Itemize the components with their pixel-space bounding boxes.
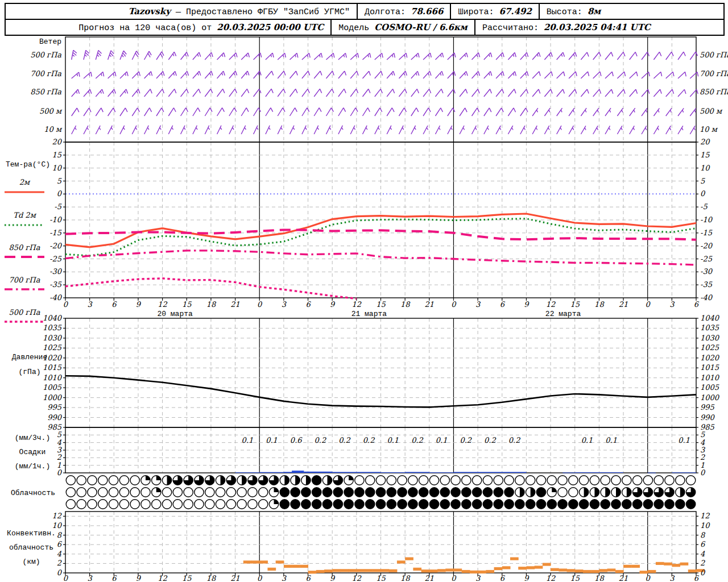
cloud-circle <box>366 476 375 485</box>
convective-bar <box>494 567 503 570</box>
y-tick-label-left: 0 <box>57 189 63 198</box>
wind-barb <box>314 53 322 60</box>
cloud-fill <box>387 488 396 497</box>
y-tick-label-right: 20 <box>700 138 710 146</box>
wind-barb <box>375 71 383 78</box>
pressure-title: (гПа) <box>18 368 40 376</box>
cloud-circle <box>515 476 524 485</box>
hour-label-temp: 6 <box>111 300 117 309</box>
wind-barb <box>617 108 623 116</box>
wind-barb <box>605 108 611 116</box>
wind-barb <box>605 52 613 60</box>
wind-barb <box>144 126 149 134</box>
wind-barb <box>593 52 601 60</box>
wind-barb <box>387 71 395 78</box>
wind-barb <box>399 53 407 60</box>
wind-barb <box>338 108 346 116</box>
wind-barb <box>520 52 528 60</box>
wind-barb <box>266 126 270 134</box>
convective-bar <box>664 563 672 566</box>
wind-barb <box>350 126 355 134</box>
hour-label-bottom: 15 <box>376 574 386 581</box>
wind-barb <box>120 51 126 60</box>
wind-barb <box>108 126 113 134</box>
convective-bar <box>324 569 333 572</box>
cloud-fill <box>451 488 460 497</box>
wind-barb <box>653 108 659 116</box>
wind-barb <box>193 108 200 116</box>
altitude-segment: Высота: 8м <box>539 4 608 19</box>
cloud-circle <box>536 476 545 485</box>
wind-barb <box>144 72 152 78</box>
cloud-circle <box>77 488 86 497</box>
legend-label-t850: 850 гПа <box>9 243 40 252</box>
wind-barb <box>581 89 589 97</box>
wind-barb <box>363 126 367 134</box>
wind-barb <box>314 71 322 78</box>
cloud-circle <box>184 488 193 497</box>
cloud-fill <box>558 500 567 509</box>
y-tick-label-right: -35 <box>700 280 713 289</box>
hour-label-bottom: 12 <box>158 574 167 581</box>
wind-barb <box>132 51 139 60</box>
precip-bar <box>284 472 292 473</box>
wind-barb <box>484 72 492 78</box>
hour-label-bottom: 0 <box>451 574 457 581</box>
day-label: 21 марта <box>351 310 387 318</box>
y-tick-label-right: -10 <box>700 215 713 224</box>
hour-label-temp: 15 <box>376 300 386 309</box>
cloud-fill <box>504 500 514 509</box>
wind-barb <box>448 72 456 79</box>
cloud-fill <box>301 500 311 509</box>
hour-label-bottom: 15 <box>182 574 192 581</box>
convective-bar <box>648 570 656 573</box>
cloud-circle <box>119 476 129 485</box>
wind-barb <box>520 72 528 78</box>
meteogram-page: Tazovsky — Предоставлено ФГБУ "ЗапСиб УГ… <box>0 0 728 582</box>
hour-label-bottom: 0 <box>63 574 69 581</box>
wind-barb <box>96 108 103 116</box>
wind-barb <box>338 53 346 60</box>
precip-amount-label: 0.2 <box>411 436 423 444</box>
wind-barb <box>96 126 101 134</box>
wind-barb <box>326 89 334 97</box>
cloud-circle <box>676 476 685 485</box>
cloud-circle <box>462 476 471 485</box>
wind-barb <box>387 89 394 97</box>
convective-bar <box>292 565 300 568</box>
wind-barb <box>544 72 552 78</box>
wind-barb <box>229 89 237 97</box>
wind-barb <box>96 72 104 79</box>
hour-label-temp: 6 <box>305 300 311 309</box>
hour-label-temp: 3 <box>475 300 481 309</box>
wind-barb <box>678 126 683 134</box>
wind-barb <box>144 51 152 60</box>
cloud-fill <box>536 500 545 509</box>
hour-label-bottom: 3 <box>669 574 675 581</box>
convective-title: Конвективн. <box>7 529 56 538</box>
cloud-circle <box>66 476 75 485</box>
cloud-circle <box>558 476 567 485</box>
cloud-fill <box>440 488 449 497</box>
cloud-circle <box>66 500 75 509</box>
wind-barb <box>653 126 659 134</box>
wind-barb <box>181 126 185 134</box>
cloud-fill <box>665 500 674 509</box>
convective-bar <box>631 565 640 568</box>
altitude-value: 8м <box>588 6 601 16</box>
convective-bar <box>332 569 341 572</box>
cloud-fill <box>611 500 621 509</box>
wind-barb <box>544 89 552 97</box>
hour-label-bottom: 3 <box>88 574 93 581</box>
header-row-1: Tazovsky — Предоставлено ФГБУ "ЗапСиб УГ… <box>6 4 723 20</box>
cloud-circle <box>440 476 449 485</box>
y-tick-label-left: 8 <box>57 531 63 539</box>
convective-bar <box>623 565 632 568</box>
cloud-title: Облачность <box>11 489 55 497</box>
wind-barb <box>266 108 273 116</box>
provider-label: — Предоставлено ФГБУ "ЗапСиб УГМС" <box>176 7 350 17</box>
hour-label-temp: 15 <box>182 300 192 309</box>
wind-barb <box>193 89 201 97</box>
wind-barb <box>399 126 404 134</box>
wind-barb <box>399 71 407 78</box>
